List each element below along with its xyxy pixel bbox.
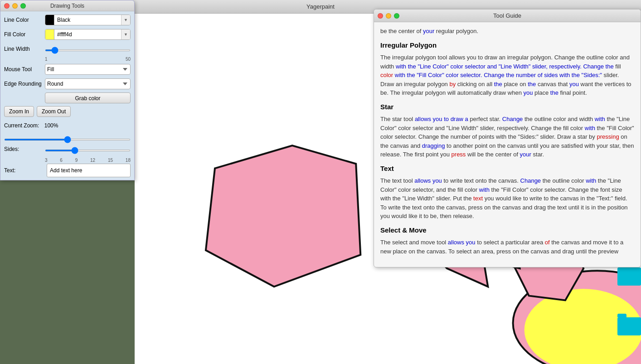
tool-guide-content[interactable]: be the center of your regular polygon. I… bbox=[374, 22, 641, 267]
line-color-arrow-icon: ▼ bbox=[121, 15, 130, 25]
current-zoom-row: Current Zoom: 100% bbox=[4, 120, 131, 131]
fill-color-arrow-icon: ▼ bbox=[121, 29, 130, 39]
close-button[interactable] bbox=[4, 3, 10, 9]
line-width-row: Line Width bbox=[4, 43, 131, 55]
zoom-slider[interactable] bbox=[4, 139, 131, 141]
line-width-label: Line Width bbox=[4, 46, 45, 52]
tool-guide-title: Tool Guide bbox=[378, 12, 637, 19]
tool-guide-titlebar: Tool Guide bbox=[374, 10, 641, 22]
text-input[interactable] bbox=[47, 164, 131, 177]
tools-body: Line Color Black ▼ Fill Color #ffff4d ▼ … bbox=[0, 11, 134, 180]
tool-guide-panel: Tool Guide be the center of your regular… bbox=[374, 9, 641, 267]
zoom-out-button[interactable]: Zoom Out bbox=[37, 106, 71, 117]
line-color-row: Line Color Black ▼ bbox=[4, 14, 131, 26]
line-color-label: Line Color bbox=[4, 17, 45, 23]
line-color-selector[interactable]: Black ▼ bbox=[45, 15, 131, 25]
tool-guide-close-button[interactable] bbox=[378, 13, 383, 19]
mouse-tool-label: Mouse Tool bbox=[4, 66, 45, 73]
edge-rounding-select[interactable]: Round Sharp bbox=[45, 78, 131, 89]
tool-guide-minimize-button[interactable] bbox=[386, 13, 391, 19]
shape-polygon-left bbox=[206, 146, 360, 286]
text-row: Text: bbox=[4, 164, 131, 177]
sides-labels: 3 6 9 12 15 18 bbox=[45, 158, 131, 163]
tool-guide-maximize-button[interactable] bbox=[394, 13, 399, 19]
main-title: Yagerpaint bbox=[306, 3, 335, 10]
maximize-button[interactable] bbox=[20, 3, 26, 9]
fill-color-value: #ffff4d bbox=[54, 31, 121, 38]
star-text: The star tool allows you to draw a perfe… bbox=[380, 115, 634, 159]
drawing-tools-titlebar: Drawing Tools bbox=[0, 0, 134, 11]
zoom-row: Zoom In Zoom Out bbox=[4, 106, 131, 117]
select-move-text: The select and move tool allows you to s… bbox=[380, 238, 634, 256]
line-width-labels: 1 50 bbox=[45, 57, 131, 62]
line-color-value: Black bbox=[54, 17, 121, 23]
tool-guide-intro-text: be the center of your regular polygon. bbox=[380, 27, 634, 36]
folder-icon-1[interactable] bbox=[617, 267, 641, 286]
mouse-tool-row: Mouse Tool Fill Draw Erase Select bbox=[4, 63, 131, 75]
line-width-max: 50 bbox=[126, 57, 131, 62]
line-width-min: 1 bbox=[45, 57, 48, 62]
fill-color-row: Fill Color #ffff4d ▼ bbox=[4, 29, 131, 40]
zoom-in-button[interactable]: Zoom In bbox=[4, 106, 34, 117]
edge-rounding-row: Edge Rounding Round Sharp bbox=[4, 78, 131, 90]
fill-color-selector[interactable]: #ffff4d ▼ bbox=[45, 29, 131, 40]
mouse-tool-select[interactable]: Fill Draw Erase Select bbox=[45, 64, 131, 75]
text-label: Text: bbox=[4, 167, 45, 174]
window-controls bbox=[4, 3, 26, 9]
line-color-swatch bbox=[45, 15, 54, 25]
star-heading: Star bbox=[380, 102, 634, 112]
line-width-slider[interactable] bbox=[45, 49, 131, 51]
irregular-polygon-heading: Irregular Polygon bbox=[380, 40, 634, 51]
fill-color-label: Fill Color bbox=[4, 31, 45, 38]
text-heading: Text bbox=[380, 164, 634, 174]
current-zoom-label: Current Zoom: 100% bbox=[4, 122, 58, 129]
sides-row: Sides: bbox=[4, 143, 131, 155]
drawing-tools-panel: Drawing Tools Line Color Black ▼ Fill Co… bbox=[0, 0, 135, 180]
sides-slider[interactable] bbox=[45, 150, 131, 151]
sides-label: Sides: bbox=[4, 146, 45, 152]
grab-color-row: Grab color bbox=[45, 92, 131, 103]
tool-guide-window-controls bbox=[378, 13, 399, 19]
minimize-button[interactable] bbox=[12, 3, 18, 9]
edge-rounding-label: Edge Rounding bbox=[4, 81, 45, 87]
select-move-heading: Select & Move bbox=[380, 225, 634, 236]
text-tool-text: The text tool allows you to write text o… bbox=[380, 176, 634, 221]
current-zoom-value: 100% bbox=[44, 122, 58, 129]
fill-color-swatch bbox=[45, 29, 54, 39]
irregular-polygon-text: The irregular polygon tool allows you to… bbox=[380, 53, 634, 97]
folder-icon-2[interactable] bbox=[617, 317, 641, 335]
grab-color-button[interactable]: Grab color bbox=[45, 92, 131, 103]
